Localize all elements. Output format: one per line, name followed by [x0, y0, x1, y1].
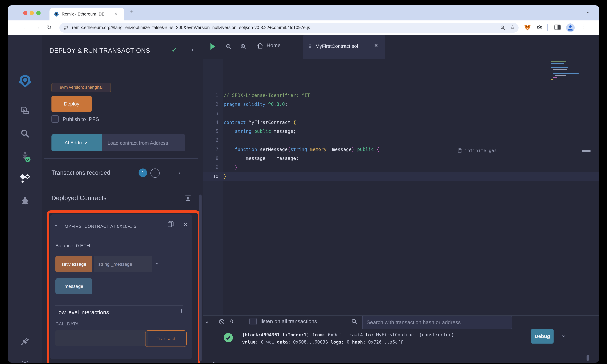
code-line[interactable]: [224, 136, 379, 145]
tab-close-icon[interactable]: ✕: [114, 11, 118, 16]
expand-params-chevron-icon[interactable]: ›: [154, 263, 161, 265]
terminal-prompt[interactable]: >: [213, 360, 217, 363]
line-number: 8: [203, 154, 223, 163]
line-number: 5: [203, 127, 223, 136]
debugger-icon[interactable]: [20, 196, 30, 206]
settings-gear-icon[interactable]: [20, 359, 30, 363]
remix-logo-icon[interactable]: [17, 74, 33, 88]
code-line[interactable]: }: [224, 172, 379, 181]
profile-avatar[interactable]: [566, 23, 575, 32]
zoom-out-icon[interactable]: [226, 43, 232, 50]
home-icon: [257, 42, 264, 50]
home-tab[interactable]: Home: [257, 39, 306, 54]
avatar-person-icon: [566, 23, 575, 32]
evm-version-badge: evm version: shanghai: [52, 83, 111, 92]
url-bar[interactable]: remix.ethereum.org/#lang=en&optimize=fal…: [59, 23, 519, 33]
search-icon[interactable]: [20, 129, 30, 139]
section-divider: [42, 188, 200, 188]
code-lines[interactable]: // SPDX-License-Identifier: MITpragma so…: [224, 91, 379, 181]
delete-contracts-trash-icon[interactable]: [185, 194, 191, 201]
deploy-button[interactable]: Deploy: [52, 96, 92, 112]
plugin-manager-icon[interactable]: [20, 336, 30, 346]
listen-transactions-checkbox[interactable]: [249, 318, 257, 325]
toolbar-divider: [547, 24, 548, 31]
browser-menu-kebab-icon[interactable]: ⋮: [581, 23, 587, 30]
maximize-window-button[interactable]: [36, 11, 40, 15]
transact-button[interactable]: Transact: [145, 330, 187, 347]
extensions-puzzle-icon[interactable]: [536, 24, 543, 31]
browser-window: Remix - Ethereum IDE ✕ + › ← → ↻ remix.e…: [8, 5, 599, 363]
code-line[interactable]: // SPDX-License-Identifier: MIT: [224, 91, 379, 100]
tab-search-icon[interactable]: ›: [586, 12, 592, 13]
editor-scrollbar-thumb[interactable]: [582, 150, 591, 152]
minimize-window-button[interactable]: [30, 11, 34, 15]
copy-address-icon[interactable]: [167, 220, 174, 228]
remix-icon-sidebar: [8, 35, 42, 363]
code-line[interactable]: contract MyFirstContract {: [224, 118, 379, 127]
bookmark-star-icon[interactable]: ☆: [510, 24, 515, 31]
file-explorer-icon[interactable]: [20, 105, 30, 115]
minimap[interactable]: [551, 59, 587, 132]
solidity-compiler-icon[interactable]: [19, 151, 31, 162]
publish-to-ipfs-checkbox[interactable]: [52, 115, 59, 123]
zoom-in-icon[interactable]: [240, 43, 246, 50]
line-number: 2: [203, 100, 223, 109]
code-line[interactable]: }: [224, 163, 379, 172]
tx-success-check-icon: [224, 333, 233, 342]
remove-contract-close-icon[interactable]: ✕: [184, 221, 188, 228]
side-panel-icon[interactable]: [554, 24, 561, 31]
file-tab-active[interactable]: MyFirstContract.sol ✕: [303, 35, 385, 59]
code-line[interactable]: message = _message;: [224, 154, 379, 163]
code-line[interactable]: string public message;: [224, 127, 379, 136]
transactions-expand-chevron-icon[interactable]: ›: [178, 169, 180, 176]
metamask-icon[interactable]: [524, 24, 531, 31]
site-settings-icon[interactable]: [64, 26, 69, 30]
low-level-info-icon[interactable]: i: [181, 308, 182, 314]
code-editor[interactable]: 12345678910 // SPDX-License-Identifier: …: [203, 59, 599, 315]
section-divider: [44, 158, 198, 159]
run-script-play-icon[interactable]: [210, 43, 216, 50]
line-number: 10: [203, 172, 223, 181]
code-line[interactable]: function setMessage(string memory _messa…: [224, 145, 379, 154]
back-icon[interactable]: ←: [23, 24, 29, 31]
panel-scrollbar[interactable]: [199, 195, 202, 361]
close-window-button[interactable]: [23, 11, 27, 15]
debug-button[interactable]: Debug: [531, 329, 554, 344]
indent-guide: [225, 127, 225, 172]
set-message-function-button[interactable]: setMessage: [55, 256, 92, 272]
code-line[interactable]: [224, 109, 379, 118]
browser-tab[interactable]: Remix - Ethereum IDE ✕: [50, 8, 124, 20]
zoom-icon[interactable]: [500, 25, 505, 30]
line-number: 3: [203, 109, 223, 118]
transactions-count-badge: 1: [139, 169, 147, 177]
listen-transactions-label: listen on all transactions: [261, 318, 317, 325]
at-address-input[interactable]: [102, 134, 185, 151]
tx-log[interactable]: [block:4994361 txIndex:1] from: 0x9cf...…: [242, 331, 454, 346]
deployed-contracts-heading: Deployed Contracts: [52, 195, 106, 202]
message-getter-button[interactable]: message: [55, 278, 92, 294]
at-address-button[interactable]: At Address: [52, 134, 102, 151]
file-tab-label: MyFirstContract.sol: [315, 43, 358, 49]
solidity-file-icon: [307, 43, 313, 50]
deploy-run-panel: DEPLOY & RUN TRANSACTIONS ✓ › evm versio…: [42, 35, 204, 363]
new-tab-button[interactable]: +: [130, 8, 134, 15]
set-message-param-input[interactable]: [94, 256, 152, 272]
pending-tx-count: 0: [230, 318, 233, 325]
transactions-info-icon[interactable]: i: [150, 169, 160, 178]
home-tab-label: Home: [266, 42, 281, 49]
file-tab-close-icon[interactable]: ✕: [374, 43, 378, 48]
log-expand-chevron-icon[interactable]: ›: [560, 335, 567, 337]
terminal-scrollbar-thumb[interactable]: [587, 355, 589, 361]
line-number: 9: [203, 163, 223, 172]
calldata-input[interactable]: [55, 330, 148, 346]
clear-console-icon[interactable]: [218, 318, 225, 325]
terminal-search-input[interactable]: [362, 316, 512, 329]
reload-icon[interactable]: ↻: [47, 24, 52, 31]
publish-to-ipfs-label: Publish to IPFS: [63, 117, 99, 122]
contract-collapse-chevron-icon[interactable]: ›: [53, 224, 60, 226]
code-line[interactable]: pragma solidity ^0.8.0;: [224, 100, 379, 109]
forward-icon[interactable]: →: [35, 24, 40, 31]
panel-collapse-chevron-icon[interactable]: ›: [191, 46, 194, 53]
deploy-and-run-icon[interactable]: [19, 173, 31, 183]
browser-toolbar: ← → ↻ remix.ethereum.org/#lang=en&optimi…: [8, 20, 599, 35]
